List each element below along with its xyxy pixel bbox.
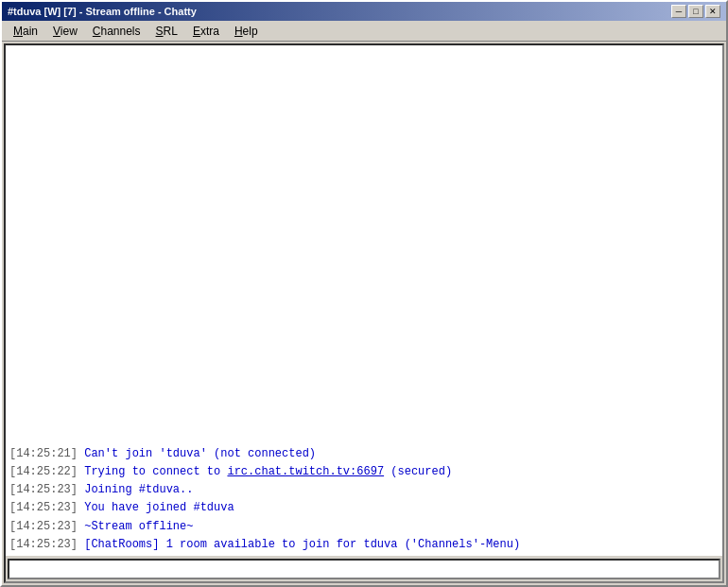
msg-text-before: Trying to connect to [78, 465, 227, 478]
msg-text: You have joined #tduva [78, 501, 234, 514]
window-controls: ─ □ ✕ [671, 5, 720, 18]
msg-text: Joining #tduva.. [78, 483, 193, 496]
title-bar: #tduva [W] [7] - Stream offline - Chatty… [2, 2, 726, 21]
menu-bar: Main View Channels SRL Extra Help [2, 21, 726, 42]
timestamp: [14:25:22] [9, 465, 78, 478]
message-line: [14:25:21] Can't join 'tduva' (not conne… [9, 445, 719, 463]
message-line: [14:25:23] ~Stream offline~ [9, 518, 719, 536]
msg-text: Can't join 'tduva' (not connected) [78, 447, 316, 460]
timestamp: [14:25:23] [9, 520, 78, 533]
main-content: [14:25:21] Can't join 'tduva' (not conne… [4, 43, 724, 583]
menu-view[interactable]: View [45, 23, 85, 40]
menu-channels[interactable]: Channels [85, 23, 148, 40]
menu-extra[interactable]: Extra [185, 23, 227, 40]
minimize-button[interactable]: ─ [671, 5, 686, 18]
chat-area[interactable]: [14:25:21] Can't join 'tduva' (not conne… [6, 45, 722, 556]
timestamp: [14:25:21] [9, 447, 78, 460]
input-area [6, 556, 722, 581]
message-line: [14:25:23] Joining #tduva.. [9, 481, 719, 499]
close-button[interactable]: ✕ [705, 5, 720, 18]
menu-main[interactable]: Main [6, 23, 45, 40]
msg-text: [ChatRooms] 1 room available to join for… [78, 538, 520, 551]
app-window: #tduva [W] [7] - Stream offline - Chatty… [0, 0, 728, 587]
menu-help[interactable]: Help [227, 23, 266, 40]
title-text: #tduva [W] [7] - Stream offline - Chatty [8, 6, 197, 17]
menu-srl[interactable]: SRL [148, 23, 185, 40]
message-line: [14:25:23] [ChatRooms] 1 room available … [9, 536, 719, 554]
chat-input[interactable] [8, 559, 720, 579]
timestamp: [14:25:23] [9, 501, 78, 514]
message-line: [14:25:23] You have joined #tduva [9, 499, 719, 517]
message-line: [14:25:22] Trying to connect to irc.chat… [9, 463, 719, 481]
msg-link[interactable]: irc.chat.twitch.tv:6697 [227, 465, 384, 478]
timestamp: [14:25:23] [9, 538, 78, 551]
timestamp: [14:25:23] [9, 483, 78, 496]
msg-text: ~Stream offline~ [78, 520, 193, 533]
msg-text-after: (secured) [384, 465, 452, 478]
maximize-button[interactable]: □ [688, 5, 703, 18]
messages-area: [14:25:21] Can't join 'tduva' (not conne… [9, 47, 719, 554]
